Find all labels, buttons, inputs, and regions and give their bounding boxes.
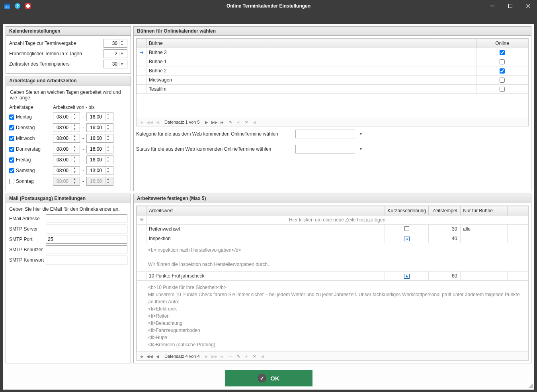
arbeitswerte-col-kurz[interactable]: Kurzbeschreibung: [385, 206, 429, 215]
workday-from-input[interactable]: ▲▼: [53, 155, 80, 164]
nav-next-page-icon[interactable]: ▶▶: [212, 353, 217, 359]
status-select[interactable]: ▼: [295, 145, 355, 153]
spin-up-icon[interactable]: ▲: [105, 156, 111, 160]
nav-prev-icon[interactable]: ◀: [155, 353, 160, 359]
nav-last-icon[interactable]: ⏭: [220, 119, 225, 125]
workday-checkbox[interactable]: [9, 179, 14, 184]
nav-next-page-icon[interactable]: ▶▶: [212, 119, 217, 125]
nav-first-icon[interactable]: ⏮: [139, 119, 145, 125]
dropdown-icon[interactable]: ▼: [119, 62, 125, 66]
server-input[interactable]: [46, 225, 127, 233]
stages-col-online[interactable]: Online: [476, 39, 528, 48]
nav-last-icon[interactable]: ⏭: [220, 353, 225, 359]
arbeitswert-row[interactable]: Reifenwechsel30alle: [137, 225, 528, 234]
new-row-hint[interactable]: Hier klicken um eine neue Zeile hinzuzuf…: [146, 215, 528, 225]
workday-checkbox[interactable]: [9, 136, 14, 141]
workday-to-input[interactable]: ▲▼: [86, 145, 113, 153]
spin-down-icon[interactable]: ▼: [72, 171, 77, 175]
spin-up-icon[interactable]: ▲: [72, 134, 77, 138]
workday-from-input[interactable]: ▲▼: [53, 123, 80, 132]
spin-up-icon[interactable]: ▲: [72, 156, 77, 160]
nav-cancel-icon[interactable]: ✕: [244, 119, 249, 125]
workday-to-input[interactable]: ▲▼: [86, 155, 113, 164]
nav-check-icon[interactable]: ✓: [244, 353, 249, 359]
workday-checkbox[interactable]: [9, 125, 14, 130]
spin-up-icon[interactable]: ▲: [105, 145, 111, 149]
medical-icon[interactable]: [25, 3, 31, 9]
nav-check-icon[interactable]: ✓: [236, 119, 241, 125]
workday-checkbox[interactable]: [9, 168, 14, 173]
nav-next-icon[interactable]: ▶: [204, 119, 209, 125]
workday-to-input[interactable]: ▲▼: [86, 166, 113, 175]
arbeitswert-kurz[interactable]: A: [385, 234, 429, 243]
help-icon[interactable]: ?: [14, 3, 21, 9]
nav-first-icon[interactable]: ⏮: [139, 353, 145, 359]
nav-next-icon[interactable]: ▶: [204, 353, 209, 359]
spin-up-icon[interactable]: ▲: [105, 113, 111, 117]
workday-from-input[interactable]: ▲▼: [53, 145, 80, 153]
stages-row[interactable]: ➜Bühne 3: [137, 48, 528, 57]
arbeitswerte-col-name[interactable]: Arbeitswert: [146, 206, 385, 215]
arbeitswert-row[interactable]: 10 Punkte FrühjahrscheckA60: [137, 272, 528, 281]
category-select[interactable]: ▼: [295, 130, 355, 138]
spin-down-icon[interactable]: ▼: [72, 138, 77, 142]
workday-from-input[interactable]: ▲▼: [53, 113, 80, 121]
nav-delete-icon[interactable]: —: [228, 353, 233, 359]
spin-down-icon[interactable]: ▼: [105, 128, 111, 132]
nav-prev-page-icon[interactable]: ◀◀: [147, 353, 152, 359]
nav-edit-icon[interactable]: ✎: [228, 119, 233, 125]
nav-prev-page-icon[interactable]: ◀◀: [147, 119, 152, 125]
maximize-button[interactable]: [501, 0, 519, 12]
workday-from-input[interactable]: ▲▼: [53, 166, 80, 175]
stages-row[interactable]: Tesafilm: [137, 85, 528, 94]
stage-online-checkbox[interactable]: [500, 68, 505, 74]
spin-down-icon[interactable]: ▼: [105, 171, 111, 175]
spin-down-icon[interactable]: ▼: [72, 149, 77, 153]
spin-down-icon[interactable]: ▼: [119, 43, 125, 47]
stage-online-checkbox[interactable]: [500, 50, 505, 55]
spin-up-icon[interactable]: ▲: [72, 145, 77, 149]
spin-up-icon[interactable]: ▲: [72, 113, 77, 117]
dropdown-icon[interactable]: ▼: [119, 52, 125, 56]
email-input[interactable]: [46, 214, 127, 223]
spin-down-icon[interactable]: ▼: [105, 138, 111, 142]
earliest-input[interactable]: ▼: [103, 49, 127, 58]
workday-to-input[interactable]: ▲▼: [86, 113, 113, 121]
stages-row[interactable]: Bühne 1: [137, 57, 528, 66]
nav-cancel-icon[interactable]: ✕: [252, 353, 257, 359]
dropdown-icon[interactable]: ▼: [359, 147, 363, 151]
spin-down-icon[interactable]: ▼: [72, 117, 77, 121]
days-input[interactable]: ▲▼: [103, 39, 127, 48]
resize-grip[interactable]: [527, 382, 533, 388]
raster-input[interactable]: ▼: [103, 60, 127, 68]
spin-down-icon[interactable]: ▼: [72, 160, 77, 164]
arbeitswerte-col-buehne[interactable]: Nur für Bühne: [461, 206, 508, 215]
stages-row[interactable]: Mietwagen: [137, 76, 528, 85]
arbeitswert-kurz[interactable]: [385, 225, 429, 234]
pass-input[interactable]: [46, 256, 127, 264]
arbeitswert-kurz[interactable]: A: [385, 272, 429, 281]
spin-up-icon[interactable]: ▲: [105, 134, 111, 138]
workday-to-input[interactable]: ▲▼: [86, 123, 113, 132]
minimize-button[interactable]: [483, 0, 501, 12]
nav-edit-icon[interactable]: ✎: [236, 353, 241, 359]
spin-down-icon[interactable]: ▼: [72, 128, 77, 132]
arbeitswerte-col-zeit[interactable]: Zeitstempel: [429, 206, 461, 215]
close-button[interactable]: [519, 0, 537, 12]
stage-online-checkbox[interactable]: [500, 78, 505, 83]
spin-up-icon[interactable]: ▲: [72, 167, 77, 171]
spin-up-icon[interactable]: ▲: [105, 167, 111, 171]
stages-row[interactable]: Bühne 2: [137, 66, 528, 76]
new-row[interactable]: ✳Hier klicken um eine neue Zeile hinzuzu…: [137, 215, 528, 225]
spin-up-icon[interactable]: ▲: [119, 39, 125, 43]
workday-checkbox[interactable]: [9, 157, 14, 163]
stages-col-name[interactable]: Bühne: [146, 39, 476, 48]
spin-up-icon[interactable]: ▲: [105, 124, 111, 128]
user-input[interactable]: [46, 245, 127, 254]
spin-down-icon[interactable]: ▼: [105, 160, 111, 164]
workday-checkbox[interactable]: [9, 147, 14, 152]
stage-online-checkbox[interactable]: [500, 59, 505, 64]
workday-from-input[interactable]: ▲▼: [53, 134, 80, 143]
calendar-icon[interactable]: 31: [4, 3, 10, 9]
spin-up-icon[interactable]: ▲: [72, 124, 77, 128]
